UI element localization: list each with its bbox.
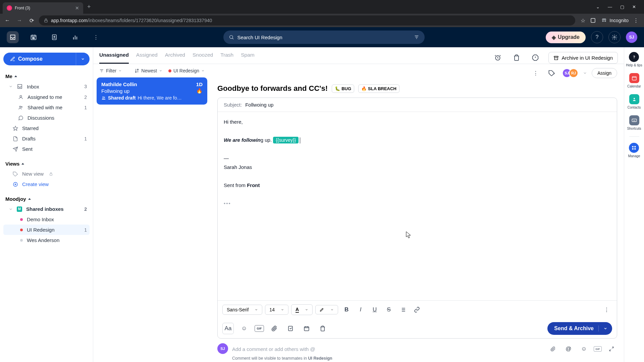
- toggle-format-button[interactable]: Aa: [222, 323, 234, 334]
- underline-button[interactable]: U: [369, 304, 380, 315]
- filter-icon[interactable]: [414, 35, 419, 40]
- nav-wes-anderson[interactable]: Wes Anderson: [3, 235, 90, 245]
- rail-calendar[interactable]: Calendar: [627, 73, 641, 88]
- send-archive-button[interactable]: Send & Archive: [547, 322, 612, 335]
- nav-ui-redesign[interactable]: UI Redesign 1: [3, 225, 90, 235]
- gif-button[interactable]: GIF: [255, 325, 264, 332]
- trash-icon[interactable]: [511, 52, 522, 63]
- compose-button[interactable]: Compose: [3, 53, 76, 65]
- rail-contacts[interactable]: Contacts: [628, 94, 641, 109]
- composer-body[interactable]: Hi there, We are following up. {{survey}…: [218, 112, 617, 300]
- browser-menu-icon[interactable]: ⋮: [633, 17, 639, 24]
- forward-button[interactable]: →: [15, 16, 24, 25]
- tab-overflow-icon[interactable]: ⌄: [596, 4, 600, 9]
- tag-icon[interactable]: [546, 67, 557, 79]
- search-box[interactable]: [223, 31, 425, 44]
- close-tab-icon[interactable]: ✕: [75, 5, 79, 11]
- back-button[interactable]: ←: [3, 16, 12, 25]
- discard-button[interactable]: [317, 323, 328, 334]
- star-icon[interactable]: ☆: [581, 17, 585, 24]
- bold-button[interactable]: B: [341, 304, 352, 315]
- attach-button[interactable]: [269, 323, 280, 334]
- template-variable[interactable]: {{survey}}: [273, 137, 299, 143]
- tag-bug[interactable]: 🐛BUG: [332, 84, 354, 93]
- comment-input[interactable]: Add a comment or add others with @: [232, 346, 543, 352]
- compose-split-button[interactable]: [76, 53, 90, 65]
- calendar-nav-icon[interactable]: 31: [28, 31, 40, 43]
- text-color-select[interactable]: A: [291, 304, 313, 315]
- nav-sent[interactable]: Sent: [3, 144, 90, 154]
- nav-create-view[interactable]: Create view: [3, 179, 90, 189]
- more-format-icon[interactable]: ⋮: [601, 304, 612, 315]
- spam-icon[interactable]: [530, 52, 541, 63]
- views-section-header[interactable]: Views: [3, 159, 90, 169]
- new-tab-button[interactable]: +: [83, 3, 95, 10]
- tab-unassigned[interactable]: Unassigned: [99, 52, 129, 64]
- user-avatar[interactable]: SJ: [626, 32, 637, 43]
- highlight-select[interactable]: [315, 305, 338, 314]
- nav-demo-inbox[interactable]: Demo Inbox: [3, 214, 90, 225]
- participant-avatars[interactable]: SJ RJ: [562, 68, 578, 78]
- inbox-nav-icon[interactable]: [7, 31, 19, 43]
- nav-shared-inboxes[interactable]: M Shared inboxes 2: [3, 204, 90, 214]
- minimize-icon[interactable]: ―: [608, 4, 612, 9]
- assign-button[interactable]: Assign: [592, 68, 617, 78]
- rail-help[interactable]: ?Help & tips: [626, 52, 642, 67]
- italic-button[interactable]: I: [355, 304, 366, 315]
- nav-starred[interactable]: Starred: [3, 123, 90, 133]
- nav-new-view[interactable]: New view: [3, 169, 90, 179]
- schedule-button[interactable]: [301, 323, 312, 334]
- rail-manage[interactable]: Manage: [628, 143, 640, 158]
- snooze-icon[interactable]: [492, 52, 503, 63]
- address-bar[interactable]: app.frontapp.com/inboxes/teams/folders/1…: [39, 15, 575, 25]
- maximize-icon[interactable]: ▢: [620, 4, 624, 9]
- comment-mention-icon[interactable]: @: [563, 343, 574, 355]
- chevron-down-icon[interactable]: [583, 71, 587, 75]
- reload-button[interactable]: ⟳: [27, 16, 36, 25]
- subject-input[interactable]: [245, 102, 611, 108]
- rail-shortcuts[interactable]: Shortcuts: [627, 115, 641, 130]
- comment-gif-icon[interactable]: GIF: [594, 346, 602, 352]
- tag-sla-breach[interactable]: 🔥SLA BREACH: [358, 84, 399, 93]
- font-family-select[interactable]: Sans-Serif: [222, 305, 262, 315]
- font-size-select[interactable]: 14: [265, 305, 288, 315]
- tab-assigned[interactable]: Assigned: [136, 52, 158, 64]
- workspace-section-header[interactable]: Moodjoy: [3, 194, 90, 204]
- browser-tab[interactable]: Front (3) ✕: [3, 2, 83, 14]
- help-button[interactable]: ?: [591, 31, 603, 43]
- settings-button[interactable]: [608, 31, 621, 43]
- tab-archived[interactable]: Archived: [165, 52, 185, 64]
- subject-field[interactable]: Subject:: [218, 98, 617, 112]
- tab-snoozed[interactable]: Snoozed: [193, 52, 213, 64]
- template-button[interactable]: [285, 323, 296, 334]
- nav-shared-with-me[interactable]: Shared with me1: [3, 102, 90, 113]
- contacts-nav-icon[interactable]: [48, 31, 60, 43]
- me-section-header[interactable]: Me: [3, 71, 90, 81]
- archive-in-button[interactable]: Archive in UI Redesign: [548, 52, 618, 64]
- tab-trash[interactable]: Trash: [220, 52, 233, 64]
- tab-spam[interactable]: Spam: [241, 52, 255, 64]
- sort-button[interactable]: Newest: [135, 68, 162, 73]
- link-button[interactable]: [411, 304, 423, 315]
- extensions-icon[interactable]: [590, 17, 596, 23]
- comment-expand-icon[interactable]: [606, 343, 617, 355]
- nav-drafts[interactable]: Drafts1: [3, 133, 90, 144]
- search-input[interactable]: [237, 35, 411, 40]
- emoji-button[interactable]: ☺: [238, 323, 250, 334]
- conversation-card[interactable]: Mathilde Collin 1D Follwoing up 🔥 Shared…: [97, 77, 207, 105]
- upgrade-button[interactable]: ◈ Upgrade: [546, 32, 586, 43]
- more-icon[interactable]: ⋮: [530, 67, 541, 79]
- send-split-button[interactable]: [598, 325, 612, 331]
- comment-emoji-icon[interactable]: ☺: [578, 343, 590, 355]
- show-more-icon[interactable]: •••: [224, 199, 611, 208]
- filter-button[interactable]: Filter: [99, 68, 122, 73]
- more-nav-icon[interactable]: ⋮: [90, 31, 102, 43]
- strikethrough-button[interactable]: S: [383, 304, 394, 315]
- nav-discussions[interactable]: Discussions: [3, 113, 90, 123]
- close-window-icon[interactable]: ✕: [632, 4, 636, 9]
- nav-assigned-to-me[interactable]: Assigned to me2: [3, 92, 90, 102]
- comment-attach-icon[interactable]: [547, 343, 559, 355]
- analytics-nav-icon[interactable]: [69, 31, 81, 43]
- inbox-filter-chip[interactable]: UI Redesign: [168, 68, 205, 73]
- list-button[interactable]: [397, 304, 409, 315]
